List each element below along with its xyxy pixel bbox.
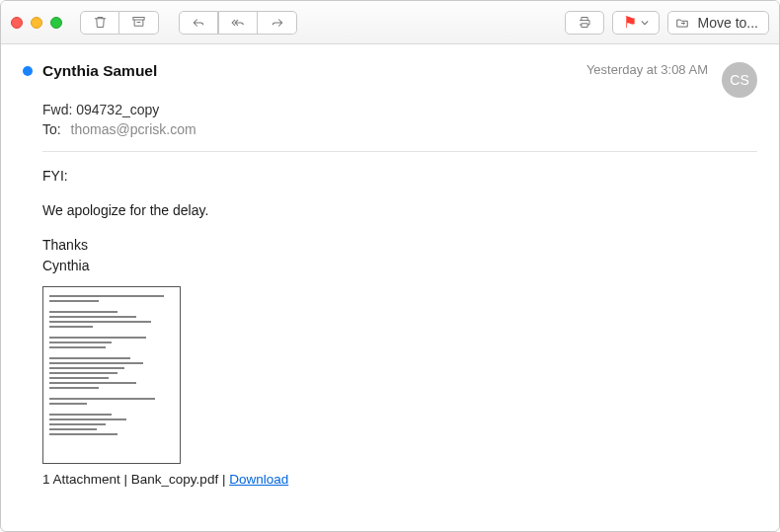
flag-button[interactable]: ⚑ <box>612 11 660 35</box>
attachment-filename: Bank_copy.pdf <box>131 472 218 487</box>
sender-avatar: CS <box>722 62 757 98</box>
to-address: thomas@pcrisk.com <box>71 121 196 137</box>
reply-all-button[interactable] <box>218 11 258 35</box>
recipient-row: To: thomas@pcrisk.com <box>42 121 757 137</box>
forward-icon <box>270 16 285 30</box>
to-label: To: <box>42 121 61 137</box>
reply-icon <box>191 16 206 30</box>
chevron-down-icon <box>641 19 649 27</box>
download-link[interactable]: Download <box>229 472 288 487</box>
move-to-button[interactable]: Move to... <box>667 11 769 35</box>
reply-group <box>179 11 297 35</box>
body-line: Thanks <box>42 235 757 256</box>
message-pane: Cynthia Samuel Yesterday at 3:08 AM CS F… <box>1 44 779 496</box>
flag-icon: ⚑ <box>623 13 637 32</box>
traffic-lights <box>11 17 62 29</box>
attachment-info: 1 Attachment | Bank_copy.pdf | Download <box>42 472 757 487</box>
archive-button[interactable] <box>119 11 159 35</box>
received-date: Yesterday at 3:08 AM <box>586 62 708 77</box>
zoom-window-button[interactable] <box>50 17 62 29</box>
delete-archive-group <box>80 11 159 35</box>
trash-icon <box>93 15 108 30</box>
reply-button[interactable] <box>179 11 218 35</box>
print-button[interactable] <box>565 11 604 35</box>
attachment-count: 1 Attachment <box>42 472 120 487</box>
body-line: Cynthia <box>42 256 757 276</box>
body-line: FYI: <box>42 166 757 187</box>
close-window-button[interactable] <box>11 17 23 29</box>
forward-button[interactable] <box>258 11 297 35</box>
attachment-section: 1 Attachment | Bank_copy.pdf | Download <box>42 286 757 487</box>
reply-all-icon <box>229 16 247 30</box>
unread-indicator <box>23 66 33 76</box>
sender-name: Cynthia Samuel <box>42 62 586 80</box>
message-body: FYI: We apologize for the delay. Thanks … <box>42 166 757 276</box>
window-titlebar: ⚑ Move to... <box>1 1 779 44</box>
folder-move-icon <box>674 16 690 30</box>
svg-rect-0 <box>133 18 144 21</box>
printer-icon <box>577 15 592 30</box>
minimize-window-button[interactable] <box>31 17 42 29</box>
header-divider <box>42 151 757 152</box>
body-line: We apologize for the delay. <box>42 200 757 221</box>
attachment-thumbnail[interactable] <box>42 286 181 464</box>
message-header: Cynthia Samuel Yesterday at 3:08 AM CS <box>23 62 757 98</box>
move-to-label: Move to... <box>698 15 758 31</box>
archive-icon <box>131 15 146 30</box>
subject-line: Fwd: 094732_copy <box>42 102 757 117</box>
delete-button[interactable] <box>80 11 119 35</box>
